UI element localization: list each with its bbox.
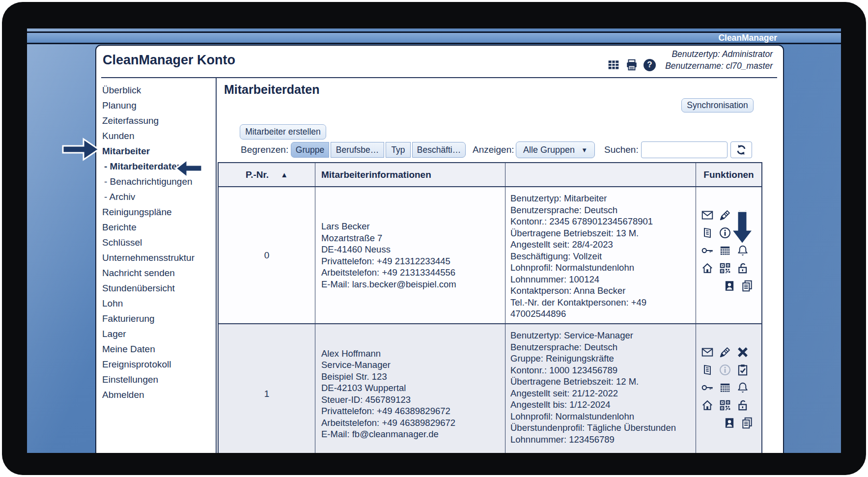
sidebar-item-berichte[interactable]: Berichte <box>96 220 216 235</box>
text-line: Überstundenprofil: Tägliche Überstunden <box>510 422 691 434</box>
sidebar-item-kunden[interactable]: Kunden <box>96 128 216 143</box>
group-select[interactable]: Alle Gruppen ▼ <box>516 141 595 158</box>
sidebar-nav: Überblick Planung Zeiterfassung Kunden M… <box>96 78 217 453</box>
page-title: Mitarbeiterdaten <box>224 83 319 97</box>
sidebar-item-reinigungsplaene[interactable]: Reinigungspläne <box>96 204 216 220</box>
tab-gruppe[interactable]: Gruppe <box>291 142 329 158</box>
text-line: Übertragene Betriebszeit: 13 M. <box>510 227 691 239</box>
calendar-icon[interactable] <box>718 243 732 258</box>
mail-icon[interactable] <box>700 345 715 360</box>
create-employee-button[interactable]: Mitarbeiter erstellen <box>240 124 326 140</box>
unlock-icon[interactable] <box>735 261 750 276</box>
info-icon[interactable] <box>718 225 732 240</box>
key-icon[interactable] <box>700 243 715 258</box>
help-icon[interactable]: ? <box>644 59 656 71</box>
home-icon[interactable] <box>700 398 715 413</box>
refresh-button[interactable] <box>730 141 752 158</box>
tab-beschaeftigung[interactable]: Beschäfti… <box>412 142 466 158</box>
sidebar-item-ueberblick[interactable]: Überblick <box>96 83 216 98</box>
text-line: Angestellt bis: 1/12-2024 <box>510 399 691 411</box>
bell-icon[interactable] <box>735 243 750 258</box>
calendar-icon[interactable] <box>718 380 732 395</box>
table-grid-icon[interactable] <box>607 58 620 71</box>
sidebar-item-ereignisprotokoll[interactable]: Ereignisprotokoll <box>96 357 216 372</box>
edit-icon[interactable] <box>718 345 732 360</box>
checklist-icon[interactable] <box>735 363 750 377</box>
sidebar-item-benachrichtigungen[interactable]: - Benachrichtigungen <box>96 174 216 189</box>
qr-code-icon[interactable] <box>718 398 732 413</box>
arrow-to-mitarbeiter <box>61 138 101 162</box>
documents-icon[interactable] <box>740 416 755 430</box>
header-pnr-label: P.-Nr. <box>246 169 269 180</box>
home-icon[interactable] <box>700 261 715 276</box>
search-input[interactable] <box>641 141 728 158</box>
function-icon-grid <box>696 324 761 430</box>
sidebar-item-lohn[interactable]: Lohn <box>96 296 216 311</box>
checklist-icon[interactable] <box>735 225 750 240</box>
text-line: Kontonr.: 2345 6789012345678901 <box>510 216 691 227</box>
tab-berufsbezeichnung[interactable]: Berufsbe… <box>331 142 384 158</box>
text-line: Lars Becker <box>321 221 505 232</box>
text-line: Kontaktperson: Anna Becker <box>510 285 691 297</box>
table-row: 1 Alex HoffmannService-ManagerBeispiel S… <box>219 324 761 453</box>
function-icon-grid <box>696 187 761 293</box>
text-line: Service-Manager <box>321 359 505 371</box>
text-line: Mozartstraße 7 <box>321 232 505 244</box>
header-details <box>505 163 696 186</box>
header-pnr: P.-Nr. ▲ <box>219 163 315 186</box>
delete-icon[interactable] <box>735 345 750 360</box>
qr-code-icon[interactable] <box>718 261 732 276</box>
main-content: Mitarbeiterdaten Synchronisation Mitarbe… <box>218 78 783 453</box>
table-header-row: P.-Nr. ▲ Mitarbeiterinformationen Funkti… <box>219 163 761 187</box>
user-type: Benutzertyp: Administrator <box>665 48 773 60</box>
sidebar-item-mitarbeiterdaten[interactable]: - Mitarbeiterdaten <box>96 159 216 174</box>
employee-info-cell: Alex HoffmannService-ManagerBeispiel Str… <box>315 324 505 453</box>
tab-typ[interactable]: Typ <box>386 142 411 158</box>
delete-icon[interactable] <box>735 208 750 223</box>
unlock-icon[interactable] <box>735 398 750 413</box>
sidebar-item-stundenuebersicht[interactable]: Stundenübersicht <box>96 281 216 296</box>
window-header: CleanManager Konto ? Benutzertyp: Admini… <box>96 46 783 77</box>
text-line: E-Mail: lars.becker@beispiel.com <box>321 279 505 290</box>
sidebar-item-schluessel[interactable]: Schlüssel <box>96 235 216 250</box>
sidebar-item-zeiterfassung[interactable]: Zeiterfassung <box>96 113 216 128</box>
sidebar-item-einstellungen[interactable]: Einstellungen <box>96 372 216 387</box>
sidebar-item-mitarbeiter[interactable]: Mitarbeiter <box>96 143 216 159</box>
sidebar-item-fakturierung[interactable]: Fakturierung <box>96 311 216 326</box>
spacer <box>700 279 715 293</box>
phonebook-icon[interactable] <box>700 363 715 377</box>
sidebar-item-unternehmensstruktur[interactable]: Unternehmensstruktur <box>96 250 216 265</box>
employee-details-cell: Benutzertyp: MitarbeiterBenutzersprache:… <box>505 187 696 323</box>
text-line: Arbeitstelefon: +49 21313344556 <box>321 267 505 279</box>
synchronisation-button[interactable]: Synchronisation <box>681 98 754 112</box>
text-line: Angestellt seit: 21/12-2022 <box>510 388 691 399</box>
employee-details-cell: Benutzertyp: Service-ManagerBenutzerspra… <box>505 324 696 453</box>
text-line: Beispiel Str. 123 <box>321 371 505 383</box>
sidebar-item-archiv[interactable]: - Archiv <box>96 189 216 204</box>
sidebar-item-meine-daten[interactable]: Meine Daten <box>96 341 216 357</box>
text-line: Arbeitstelefon: +49 46389829672 <box>321 417 505 429</box>
edit-icon[interactable] <box>718 208 732 223</box>
sidebar-item-lager[interactable]: Lager <box>96 326 216 341</box>
print-icon[interactable] <box>625 58 638 71</box>
sort-asc-icon[interactable]: ▲ <box>280 170 288 179</box>
info-icon[interactable] <box>718 363 732 377</box>
text-line: Lohnprofil: Normalstundenlohn <box>510 411 691 422</box>
text-line: Lohnnummer: 100124 <box>510 274 691 285</box>
bell-icon[interactable] <box>735 380 750 395</box>
documents-icon[interactable] <box>740 279 755 293</box>
header-toolbar: ? <box>607 58 656 71</box>
user-info: Benutzertyp: Administrator Benutzername:… <box>665 48 773 72</box>
phonebook-icon[interactable] <box>700 225 715 240</box>
show-label: Anzeigen: <box>473 141 514 158</box>
mail-icon[interactable] <box>700 208 715 223</box>
sidebar-item-nachricht-senden[interactable]: Nachricht senden <box>96 265 216 281</box>
sidebar-item-abmelden[interactable]: Abmelden <box>96 387 216 402</box>
text-line: Übertragene Betriebszeit: 12 M. <box>510 376 691 388</box>
header-functions-label: Funktionen <box>703 169 754 180</box>
table-row: 0 Lars BeckerMozartstraße 7DE-41460 Neus… <box>219 187 761 324</box>
key-icon[interactable] <box>700 380 715 395</box>
id-badge-icon[interactable] <box>722 279 737 293</box>
sidebar-item-planung[interactable]: Planung <box>96 98 216 113</box>
id-badge-icon[interactable] <box>722 416 737 430</box>
